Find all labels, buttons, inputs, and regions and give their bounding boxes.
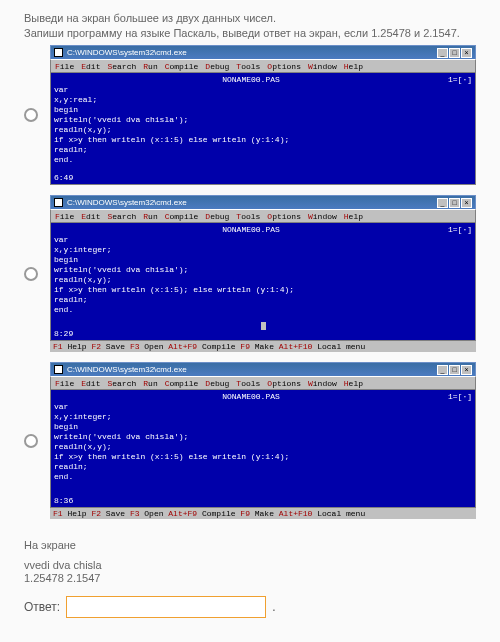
- menu-item-run[interactable]: Run: [143, 62, 157, 71]
- window-titlebar: C:\WINDOWS\system32\cmd.exe_□×: [50, 195, 476, 209]
- menu-item-help[interactable]: Help: [344, 379, 363, 388]
- window-marker: 1=[·]: [448, 75, 472, 85]
- menu-item-compile[interactable]: Compile: [165, 62, 199, 71]
- window-max-button[interactable]: □: [449, 198, 460, 208]
- radio-option-0[interactable]: [24, 108, 38, 122]
- menu-item-run[interactable]: Run: [143, 379, 157, 388]
- ide-menubar: FileEditSearchRunCompileDebugToolsOption…: [50, 376, 476, 390]
- window-titlebar: C:\WINDOWS\system32\cmd.exe_□×: [50, 362, 476, 376]
- menu-item-file[interactable]: File: [55, 62, 74, 71]
- menu-item-edit[interactable]: Edit: [81, 212, 100, 221]
- menu-item-tools[interactable]: Tools: [236, 212, 260, 221]
- window-icon: [54, 365, 63, 374]
- window-max-button[interactable]: □: [449, 365, 460, 375]
- file-title: NONAME00.PAS: [54, 225, 448, 235]
- answer-label: Ответ:: [24, 600, 60, 614]
- menu-item-run[interactable]: Run: [143, 212, 157, 221]
- menu-item-file[interactable]: File: [55, 379, 74, 388]
- menu-item-edit[interactable]: Edit: [81, 379, 100, 388]
- screen-output-1: vvedi dva chisla: [24, 559, 476, 571]
- pascal-code: var x,y:integer; begin writeln('vvedi dv…: [54, 402, 472, 482]
- menu-item-options[interactable]: Options: [267, 379, 301, 388]
- menu-item-help[interactable]: Help: [344, 62, 363, 71]
- window-min-button[interactable]: _: [437, 198, 448, 208]
- window-min-button[interactable]: _: [437, 48, 448, 58]
- menu-item-compile[interactable]: Compile: [165, 379, 199, 388]
- screen-output-2: 1.25478 2.1547: [24, 572, 476, 584]
- menu-item-search[interactable]: Search: [107, 212, 136, 221]
- window-close-button[interactable]: ×: [461, 365, 472, 375]
- ide-statusbar: F1 Help F2 Save F3 Open Alt+F9 Compile F…: [50, 508, 476, 519]
- code-area: NONAME00.PAS1=[·]var x,y:integer; begin …: [50, 390, 476, 508]
- window-min-button[interactable]: _: [437, 365, 448, 375]
- menu-item-tools[interactable]: Tools: [236, 379, 260, 388]
- editor-position: 6:49: [54, 173, 73, 183]
- menu-item-tools[interactable]: Tools: [236, 62, 260, 71]
- menu-item-debug[interactable]: Debug: [205, 212, 229, 221]
- window-title: C:\WINDOWS\system32\cmd.exe: [67, 365, 437, 374]
- radio-option-2[interactable]: [24, 434, 38, 448]
- window-marker: 1=[·]: [448, 225, 472, 235]
- answer-period: .: [272, 600, 275, 614]
- screen-heading: На экране: [24, 539, 476, 551]
- code-area: NONAME00.PAS1=[·]var x,y:integer; begin …: [50, 223, 476, 341]
- ide-menubar: FileEditSearchRunCompileDebugToolsOption…: [50, 59, 476, 73]
- menu-item-debug[interactable]: Debug: [205, 379, 229, 388]
- radio-option-1[interactable]: [24, 267, 38, 281]
- terminal-screenshot-1: C:\WINDOWS\system32\cmd.exe_□×FileEditSe…: [50, 195, 476, 352]
- menu-item-help[interactable]: Help: [344, 212, 363, 221]
- pascal-code: var x,y:integer; begin writeln('vvedi dv…: [54, 235, 472, 315]
- window-icon: [54, 48, 63, 57]
- window-title: C:\WINDOWS\system32\cmd.exe: [67, 48, 437, 57]
- window-max-button[interactable]: □: [449, 48, 460, 58]
- menu-item-compile[interactable]: Compile: [165, 212, 199, 221]
- ide-statusbar: F1 Help F2 Save F3 Open Alt+F9 Compile F…: [50, 341, 476, 352]
- menu-item-options[interactable]: Options: [267, 212, 301, 221]
- question-line-2: Запиши программу на языке Паскаль, вывед…: [24, 27, 476, 39]
- editor-position: 8:29: [54, 329, 73, 339]
- window-close-button[interactable]: ×: [461, 198, 472, 208]
- menu-item-file[interactable]: File: [55, 212, 74, 221]
- menu-item-debug[interactable]: Debug: [205, 62, 229, 71]
- terminal-screenshot-2: C:\WINDOWS\system32\cmd.exe_□×FileEditSe…: [50, 362, 476, 519]
- ide-menubar: FileEditSearchRunCompileDebugToolsOption…: [50, 209, 476, 223]
- window-icon: [54, 198, 63, 207]
- menu-item-window[interactable]: Window: [308, 62, 337, 71]
- cursor-icon: [261, 322, 266, 330]
- menu-item-window[interactable]: Window: [308, 379, 337, 388]
- file-title: NONAME00.PAS: [54, 392, 448, 402]
- question-line-1: Выведи на экран большее из двух данных ч…: [24, 12, 476, 24]
- answer-input[interactable]: [66, 596, 266, 618]
- editor-position: 8:36: [54, 496, 73, 506]
- menu-item-window[interactable]: Window: [308, 212, 337, 221]
- terminal-screenshot-0: C:\WINDOWS\system32\cmd.exe_□×FileEditSe…: [50, 45, 476, 185]
- code-area: NONAME00.PAS1=[·]var x,y:real; begin wri…: [50, 73, 476, 185]
- window-title: C:\WINDOWS\system32\cmd.exe: [67, 198, 437, 207]
- menu-item-search[interactable]: Search: [107, 62, 136, 71]
- menu-item-search[interactable]: Search: [107, 379, 136, 388]
- menu-item-edit[interactable]: Edit: [81, 62, 100, 71]
- window-titlebar: C:\WINDOWS\system32\cmd.exe_□×: [50, 45, 476, 59]
- file-title: NONAME00.PAS: [54, 75, 448, 85]
- pascal-code: var x,y:real; begin writeln('vvedi dva c…: [54, 85, 472, 165]
- window-close-button[interactable]: ×: [461, 48, 472, 58]
- window-marker: 1=[·]: [448, 392, 472, 402]
- menu-item-options[interactable]: Options: [267, 62, 301, 71]
